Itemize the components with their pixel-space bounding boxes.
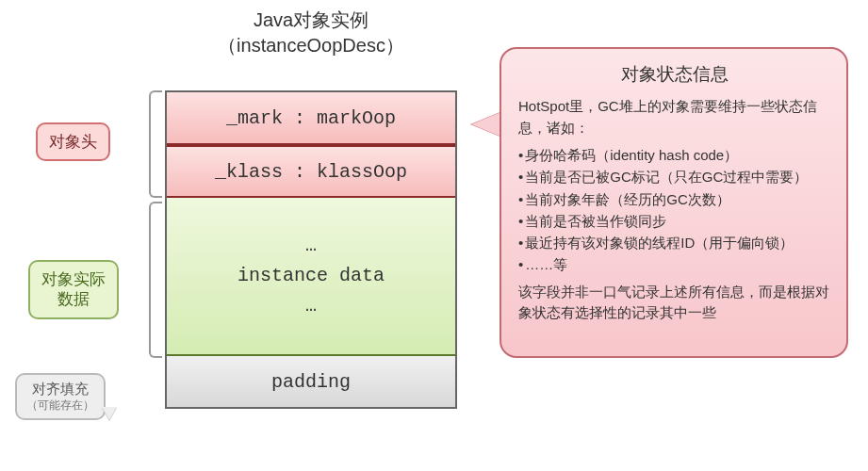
row-mark-text: _mark : markOop bbox=[226, 107, 396, 129]
label-object-body: 对象实际 数据 bbox=[28, 260, 119, 319]
callout-bullets: 身份哈希码（identity hash code） 当前是否已被GC标记（只在G… bbox=[518, 144, 831, 276]
callout-bullet: ……等 bbox=[518, 253, 831, 275]
row-klass: _klass : klassOop bbox=[167, 145, 455, 198]
title-line1: Java对象实例 bbox=[254, 9, 368, 30]
object-layout-stack: _mark : markOop _klass : klassOop … inst… bbox=[165, 90, 457, 409]
callout-box: 对象状态信息 HotSpot里，GC堆上的对象需要维持一些状态信息，诸如： 身份… bbox=[500, 47, 848, 358]
bracket-header bbox=[149, 90, 162, 198]
label-object-body-text: 对象实际 数据 bbox=[41, 269, 106, 310]
row-data-label: instance data bbox=[237, 261, 385, 291]
row-data-dots-bottom: … bbox=[305, 291, 317, 321]
callout-bullet: 当前是否被当作锁同步 bbox=[518, 210, 831, 232]
label-padding-sub: （可能存在） bbox=[26, 398, 94, 413]
title-line2: （instanceOopDesc） bbox=[218, 35, 404, 56]
label-padding-pointer bbox=[102, 407, 117, 420]
row-mark: _mark : markOop bbox=[167, 92, 455, 145]
callout-bullet: 当前是否已被GC标记（只在GC过程中需要） bbox=[518, 166, 831, 187]
row-padding-text: padding bbox=[271, 371, 351, 393]
label-padding-text: 对齐填充 bbox=[32, 381, 89, 397]
row-data-dots-top: … bbox=[305, 231, 317, 261]
bracket-body bbox=[149, 202, 162, 358]
diagram-title: Java对象实例 （instanceOopDesc） bbox=[193, 8, 429, 58]
callout-outro: 该字段并非一口气记录上述所有信息，而是根据对象状态有选择性的记录其中一些 bbox=[518, 282, 831, 324]
callout-bullet: 当前对象年龄（经历的GC次数） bbox=[518, 188, 831, 210]
callout-bullet: 身份哈希码（identity hash code） bbox=[518, 144, 831, 166]
row-instance-data: … instance data … bbox=[167, 198, 455, 356]
callout-intro: HotSpot里，GC堆上的对象需要维持一些状态信息，诸如： bbox=[518, 96, 831, 138]
label-object-header: 对象头 bbox=[36, 122, 110, 161]
callout-pointer bbox=[471, 111, 503, 138]
row-klass-text: _klass : klassOop bbox=[215, 161, 407, 183]
callout-bullet: 最近持有该对象锁的线程ID（用于偏向锁） bbox=[518, 232, 831, 253]
label-padding: 对齐填充 （可能存在） bbox=[15, 373, 106, 420]
callout-title: 对象状态信息 bbox=[518, 62, 831, 87]
label-object-header-text: 对象头 bbox=[49, 132, 97, 152]
row-padding: padding bbox=[167, 356, 455, 407]
